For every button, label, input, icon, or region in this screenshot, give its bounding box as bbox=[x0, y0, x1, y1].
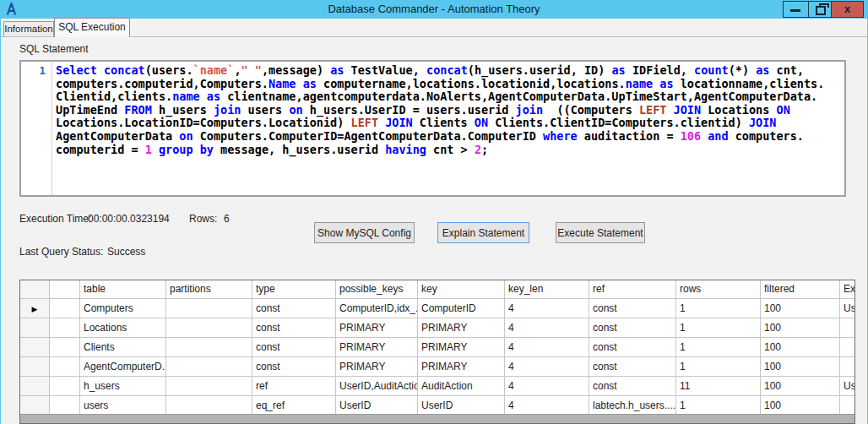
cell-extra[interactable] bbox=[840, 396, 855, 416]
row-selector[interactable] bbox=[20, 318, 50, 338]
cell-blank[interactable] bbox=[50, 299, 80, 318]
cell-filtered[interactable]: 100 bbox=[761, 338, 840, 357]
cell-rows[interactable]: 1 bbox=[676, 299, 761, 318]
row-selector[interactable] bbox=[20, 357, 50, 377]
cell-key_len[interactable]: 4 bbox=[505, 396, 589, 416]
explain-statement-button[interactable]: Explain Statement bbox=[437, 222, 529, 243]
cell-key[interactable]: ComputerID bbox=[418, 299, 505, 318]
cell-partitions[interactable] bbox=[166, 318, 252, 338]
close-button[interactable]: x bbox=[831, 2, 863, 17]
cell-extra[interactable] bbox=[840, 338, 855, 357]
cell-ref[interactable]: const bbox=[589, 338, 676, 357]
column-header-filtered[interactable]: filtered bbox=[761, 280, 840, 299]
cell-filtered[interactable]: 100 bbox=[761, 318, 840, 338]
cell-extra[interactable] bbox=[840, 318, 855, 338]
cell-rows[interactable]: 1 bbox=[676, 318, 761, 338]
cell-ref[interactable]: const bbox=[589, 318, 676, 338]
cell-key_len[interactable]: 4 bbox=[505, 377, 589, 396]
cell-key_len[interactable]: 4 bbox=[505, 338, 589, 357]
cell-rows[interactable]: 1 bbox=[676, 338, 761, 357]
cell-possible_keys[interactable]: PRIMARY bbox=[336, 338, 418, 357]
sql-code[interactable]: Select concat(users.`name`," ",message) … bbox=[56, 64, 843, 193]
column-header-partitions[interactable]: partitions bbox=[166, 280, 252, 299]
show-mysql-config-button[interactable]: Show MySQL Config bbox=[314, 222, 415, 243]
cell-rows[interactable]: 1 bbox=[676, 396, 761, 416]
table-row[interactable]: h_usersrefUserID,AuditActionAuditAction4… bbox=[20, 377, 855, 396]
cell-key[interactable]: UserID bbox=[418, 396, 505, 416]
column-header-key_len[interactable]: key_len bbox=[505, 280, 589, 299]
cell-possible_keys[interactable]: PRIMARY bbox=[336, 357, 418, 377]
cell-rows[interactable]: 11 bbox=[676, 377, 761, 396]
tab-information[interactable]: Information bbox=[3, 21, 54, 37]
sql-statement-editor[interactable]: 1 Select concat(users.`name`," ",message… bbox=[19, 60, 846, 197]
column-header-rows[interactable]: rows bbox=[676, 280, 761, 299]
cell-extra[interactable]: Us... bbox=[840, 299, 855, 318]
cell-partitions[interactable] bbox=[166, 299, 252, 318]
cell-key[interactable]: PRIMARY bbox=[418, 357, 505, 377]
row-selector[interactable]: ▶ bbox=[20, 299, 50, 318]
column-header-blank[interactable] bbox=[50, 280, 80, 299]
cell-blank[interactable] bbox=[50, 377, 80, 396]
explain-results-grid[interactable]: tablepartitionstypepossible_keyskeykey_l… bbox=[19, 280, 855, 424]
cell-table[interactable]: Clients bbox=[80, 338, 166, 357]
table-row[interactable]: userseq_refUserIDUserID4labtech.h_users.… bbox=[20, 396, 855, 416]
column-header-table[interactable]: table bbox=[80, 280, 166, 299]
cell-ref[interactable]: const bbox=[589, 357, 676, 377]
column-header-key[interactable]: key bbox=[418, 280, 505, 299]
cell-type[interactable]: eq_ref bbox=[252, 396, 336, 416]
cell-rows[interactable]: 1 bbox=[676, 357, 761, 377]
cell-type[interactable]: ref bbox=[252, 377, 336, 396]
cell-table[interactable]: h_users bbox=[80, 377, 166, 396]
table-row[interactable]: AgentComputerD...constPRIMARYPRIMARY4con… bbox=[20, 357, 855, 377]
column-header-extra[interactable]: Extra bbox=[840, 280, 855, 299]
cell-ref[interactable]: labtech.h_users.... bbox=[589, 396, 676, 416]
cell-table[interactable]: Computers bbox=[80, 299, 166, 318]
cell-partitions[interactable] bbox=[166, 396, 252, 416]
cell-type[interactable]: const bbox=[252, 357, 336, 377]
cell-partitions[interactable] bbox=[166, 357, 252, 377]
cell-filtered[interactable]: 100 bbox=[761, 396, 840, 416]
row-selector[interactable] bbox=[20, 338, 50, 357]
cell-ref[interactable]: const bbox=[589, 377, 676, 396]
cell-possible_keys[interactable]: PRIMARY bbox=[336, 318, 418, 338]
cell-key_len[interactable]: 4 bbox=[505, 357, 589, 377]
cell-filtered[interactable]: 100 bbox=[761, 299, 840, 318]
execute-statement-button[interactable]: Execute Statement bbox=[556, 222, 645, 243]
cell-key[interactable]: PRIMARY bbox=[418, 338, 505, 357]
cell-key[interactable]: AuditAction bbox=[418, 377, 505, 396]
table-row[interactable]: ClientsconstPRIMARYPRIMARY4const1100 bbox=[20, 338, 855, 357]
cell-blank[interactable] bbox=[50, 396, 80, 416]
restore-button[interactable] bbox=[808, 2, 831, 17]
minimize-button[interactable] bbox=[784, 2, 808, 17]
cell-possible_keys[interactable]: ComputerID,idx_... bbox=[336, 299, 418, 318]
column-header-ref[interactable]: ref bbox=[589, 280, 676, 299]
row-selector[interactable] bbox=[20, 377, 50, 396]
cell-type[interactable]: const bbox=[252, 318, 336, 338]
cell-blank[interactable] bbox=[50, 338, 80, 357]
cell-table[interactable]: users bbox=[80, 396, 166, 416]
row-selector[interactable] bbox=[20, 396, 50, 416]
cell-extra[interactable]: Us... bbox=[840, 377, 855, 396]
tab-sql-execution[interactable]: SQL Execution bbox=[54, 18, 130, 37]
horizontal-scrollbar[interactable] bbox=[20, 414, 854, 423]
cell-key[interactable]: PRIMARY bbox=[418, 318, 505, 338]
table-row[interactable]: LocationsconstPRIMARYPRIMARY4const1100 bbox=[20, 318, 855, 338]
column-header-selector[interactable] bbox=[20, 280, 50, 299]
cell-blank[interactable] bbox=[50, 318, 80, 338]
cell-ref[interactable]: const bbox=[589, 299, 676, 318]
cell-key_len[interactable]: 4 bbox=[505, 299, 589, 318]
cell-blank[interactable] bbox=[50, 357, 80, 377]
cell-type[interactable]: const bbox=[252, 299, 336, 318]
column-header-type[interactable]: type bbox=[252, 280, 336, 299]
cell-type[interactable]: const bbox=[252, 338, 336, 357]
cell-table[interactable]: AgentComputerD... bbox=[80, 357, 166, 377]
cell-filtered[interactable]: 100 bbox=[761, 377, 840, 396]
cell-key_len[interactable]: 4 bbox=[505, 318, 589, 338]
cell-extra[interactable] bbox=[840, 357, 855, 377]
column-header-possible_keys[interactable]: possible_keys bbox=[336, 280, 418, 299]
cell-table[interactable]: Locations bbox=[80, 318, 166, 338]
cell-partitions[interactable] bbox=[166, 377, 252, 396]
table-row[interactable]: ▶ComputersconstComputerID,idx_...Compute… bbox=[20, 299, 855, 318]
cell-partitions[interactable] bbox=[166, 338, 252, 357]
cell-possible_keys[interactable]: UserID,AuditAction bbox=[336, 377, 418, 396]
